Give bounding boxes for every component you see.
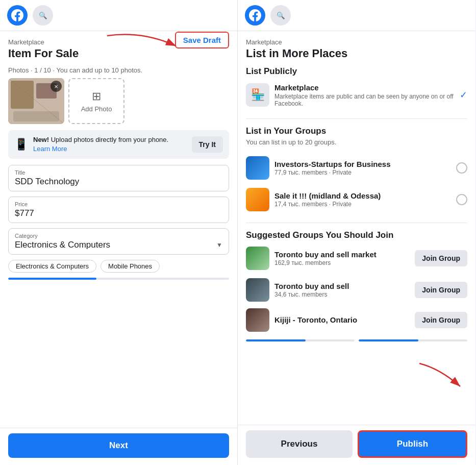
page-title-right: List in More Places: [246, 47, 467, 60]
list-groups-subtitle: You can list in up to 20 groups.: [246, 138, 467, 146]
group-thumb-2: [246, 188, 269, 211]
upload-banner-text: New! Upload photos directly from your ph…: [33, 135, 187, 154]
category-select: Electronics & Computers ▼: [15, 240, 222, 250]
left-panel: 🔍 Marketplace Item For Sale Save Draft P…: [0, 0, 238, 465]
svg-rect-4: [13, 111, 59, 121]
divider-2: [246, 223, 467, 223]
marketplace-item: 🏪 Marketplace Marketplace items are publ…: [246, 79, 467, 111]
category-label: Category: [15, 233, 222, 239]
marketplace-desc: Marketplace items are public and can be …: [274, 93, 455, 107]
publish-button[interactable]: Publish: [358, 430, 467, 458]
suggested-name-2: Toronto buy and sell: [274, 281, 410, 291]
title-value: SDD Technology: [15, 177, 222, 187]
group-radio-1[interactable]: [456, 162, 467, 174]
suggested-thumb-1: [246, 247, 269, 270]
search-button-left[interactable]: 🔍: [33, 5, 53, 26]
join-group-button-1[interactable]: Join Group: [415, 250, 467, 266]
category-field[interactable]: Category Electronics & Computers ▼: [8, 228, 229, 255]
facebook-logo-right[interactable]: [245, 5, 265, 26]
photo-thumbnail: ×: [8, 78, 64, 124]
join-group-button-3[interactable]: Join Group: [415, 312, 467, 328]
upload-banner: 📱 New! Upload photos directly from your …: [8, 130, 229, 159]
progress-bar-left: [8, 278, 229, 280]
left-header: 🔍: [0, 0, 237, 31]
learn-more-link[interactable]: Learn More: [33, 145, 67, 153]
tag-row: Electronics & Computers Mobile Phones: [8, 260, 229, 273]
price-field[interactable]: Price $777: [8, 197, 229, 223]
suggested-thumb-3: [246, 308, 269, 332]
facebook-logo-left[interactable]: [7, 5, 28, 26]
add-photo-label: Add Photo: [81, 105, 112, 113]
suggested-info-1: Toronto buy and sell market 162,9 тыс. m…: [274, 250, 410, 267]
suggested-item-2: Toronto buy and sell 34,6 тыс. members J…: [246, 274, 467, 306]
next-button[interactable]: Next: [8, 433, 229, 458]
category-value: Electronics & Computers: [15, 240, 110, 250]
search-icon-left: 🔍: [39, 12, 47, 19]
suggested-name-3: Kijiji - Toronto, Ontario: [274, 315, 410, 325]
suggested-thumb-2: [246, 278, 269, 302]
add-photo-button[interactable]: ⊞ Add Photo: [68, 78, 124, 124]
group-meta-2: 17,4 тыс. members · Private: [274, 201, 451, 208]
group-item-1: Investors-Startups for Business 77,9 тыс…: [246, 152, 467, 184]
left-panel-bottom: Next: [0, 428, 237, 465]
suggested-meta-1: 162,9 тыс. members: [274, 259, 410, 266]
progress-bar-right-1: [246, 339, 355, 341]
previous-button[interactable]: Previous: [246, 430, 353, 458]
remove-photo-button[interactable]: ×: [51, 81, 62, 92]
progress-fill-right-1: [246, 339, 306, 341]
progress-fill-left: [8, 278, 96, 280]
price-value: $777: [15, 208, 222, 218]
list-publicly-title: List Publicly: [246, 66, 467, 77]
photos-label: Photos · 1 / 10 · You can add up to 10 p…: [8, 66, 229, 74]
suggested-item-3: Kijiji - Toronto, Ontario Join Group: [246, 306, 467, 334]
progress-fill-right-2: [359, 339, 418, 341]
close-icon: ×: [54, 83, 58, 90]
group-name-1: Investors-Startups for Business: [274, 159, 451, 169]
list-groups-title: List in Your Groups: [246, 126, 467, 136]
progress-bars: [246, 339, 467, 341]
suggested-title: Suggested Groups You Should Join: [246, 230, 467, 240]
group-meta-1: 77,9 тыс. members · Private: [274, 169, 451, 176]
page-title-left: Item For Sale: [8, 47, 229, 60]
group-radio-2[interactable]: [456, 194, 467, 205]
marketplace-info: Marketplace Marketplace items are public…: [274, 83, 455, 107]
group-info-1: Investors-Startups for Business 77,9 тыс…: [274, 159, 451, 177]
marketplace-name: Marketplace: [274, 83, 455, 93]
breadcrumb-right: Marketplace: [246, 38, 467, 46]
title-field[interactable]: Title SDD Technology: [8, 165, 229, 191]
chevron-down-icon: ▼: [216, 241, 222, 249]
suggested-info-2: Toronto buy and sell 34,6 тыс. members: [274, 281, 410, 299]
tag-mobile[interactable]: Mobile Phones: [101, 260, 160, 273]
search-button-right[interactable]: 🔍: [270, 5, 291, 26]
tag-electronics[interactable]: Electronics & Computers: [8, 260, 96, 273]
marketplace-check-icon: ✓: [460, 89, 467, 101]
group-name-2: Sale it !!! (midland & Odessa): [274, 191, 451, 201]
title-label: Title: [15, 169, 222, 176]
price-label: Price: [15, 201, 222, 207]
suggested-item-1: Toronto buy and sell market 162,9 тыс. m…: [246, 242, 467, 274]
group-info-2: Sale it !!! (midland & Odessa) 17,4 тыс.…: [274, 191, 451, 208]
right-panel-bottom: Previous Publish: [238, 425, 475, 465]
progress-bar-right-2: [359, 339, 467, 341]
divider-1: [246, 118, 467, 119]
phone-icon: 📱: [14, 138, 28, 151]
suggested-name-1: Toronto buy and sell market: [274, 250, 410, 260]
try-it-button[interactable]: Try It: [192, 136, 223, 153]
search-icon-right: 🔍: [277, 12, 285, 19]
group-item-2: Sale it !!! (midland & Odessa) 17,4 тыс.…: [246, 184, 467, 215]
left-content: Marketplace Item For Sale Save Draft Pho…: [0, 31, 237, 428]
svg-rect-2: [11, 81, 34, 109]
join-group-button-2[interactable]: Join Group: [415, 282, 467, 298]
group-thumb-1: [246, 156, 269, 180]
right-header: 🔍: [238, 0, 475, 31]
marketplace-icon: 🏪: [246, 83, 269, 107]
right-panel: 🔍 Marketplace List in More Places List P…: [238, 0, 475, 465]
save-draft-button[interactable]: Save Draft: [175, 32, 229, 48]
photos-row: × ⊞ Add Photo: [8, 78, 229, 124]
add-icon: ⊞: [92, 90, 101, 103]
suggested-meta-2: 34,6 тыс. members: [274, 291, 410, 298]
suggested-info-3: Kijiji - Toronto, Ontario: [274, 315, 410, 325]
